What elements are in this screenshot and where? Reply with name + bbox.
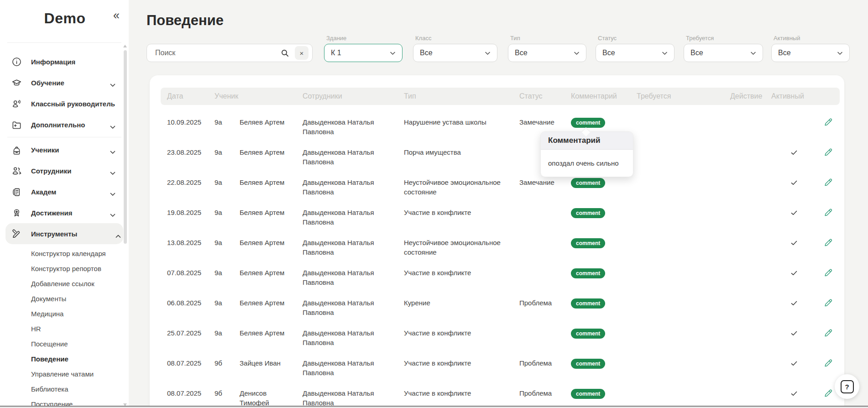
sidebar-item-instrumenty[interactable]: Инструменты <box>5 223 123 244</box>
sidebar-subitem[interactable]: Добавление ссылок <box>0 276 129 291</box>
chevron-down-icon <box>574 49 580 57</box>
comment-badge[interactable]: comment <box>571 118 605 128</box>
filter-select[interactable]: К 1 <box>324 44 403 62</box>
comment-badge[interactable]: comment <box>571 359 605 369</box>
table-row: 08.07.20259бДенисов ТимофейДавыденкова Н… <box>161 378 840 408</box>
cell-action <box>730 227 771 238</box>
sidebar-item-dopolnitelno[interactable]: Дополнительно <box>0 114 129 135</box>
app-window: Demo « ИнформацияОбучениеКлассный руково… <box>0 0 868 408</box>
cell-action <box>730 257 771 268</box>
sidebar-subitem[interactable]: Медицина <box>0 306 129 321</box>
cell-type: Участие в конфликте <box>404 197 519 217</box>
filter-selected-value: Все <box>778 49 791 57</box>
comment-badge[interactable]: comment <box>571 268 605 278</box>
edit-pencil-icon[interactable] <box>823 388 833 400</box>
sidebar-item-obuchenie[interactable]: Обучение <box>0 72 129 93</box>
search-clear-button[interactable]: × <box>295 46 309 60</box>
sidebar-item-label: Академ <box>31 188 56 196</box>
cell-date: 22.08.2025 <box>167 167 214 187</box>
filter-label: Здание <box>326 35 403 42</box>
column-header: Комментарий <box>571 92 637 100</box>
search-icon[interactable] <box>277 46 292 60</box>
filter-select[interactable]: Все <box>508 44 586 62</box>
cell-comment: comment <box>571 197 637 218</box>
sidebar-subitem[interactable]: Конструктор календаря <box>0 246 129 261</box>
cell-staff: Давыденкова Наталья Павловна <box>303 378 404 408</box>
comment-badge[interactable]: comment <box>571 208 605 218</box>
cell-status <box>519 227 571 238</box>
check-icon <box>790 390 798 399</box>
cell-requires <box>637 107 730 117</box>
filter-group: ЗданиеК 1 <box>324 35 403 62</box>
sidebar-collapse-button[interactable]: « <box>110 9 122 21</box>
sidebar-item-informacija[interactable]: Информация <box>0 51 129 72</box>
filter-select[interactable]: Все <box>771 44 850 62</box>
comment-badge[interactable]: comment <box>571 178 605 188</box>
edit-pencil-icon[interactable] <box>823 207 833 220</box>
filter-selected-value: Все <box>420 49 433 57</box>
cell-status: Проблема <box>519 378 571 398</box>
filter-select[interactable]: Все <box>684 44 763 62</box>
sidebar-subitem[interactable]: Управление чатами <box>0 366 129 382</box>
cell-status <box>519 197 571 208</box>
sidebar-item-dostizhenija[interactable]: Достижения <box>0 202 129 223</box>
comment-badge[interactable]: comment <box>571 238 605 248</box>
check-icon <box>790 239 798 249</box>
cell-staff: Давыденкова Наталья Павловна <box>303 257 404 287</box>
sidebar-item-klassnyj-rukovoditel[interactable]: Классный руководитель <box>0 93 129 114</box>
sidebar-item-sotrudniki[interactable]: Сотрудники <box>0 160 129 181</box>
filter-select[interactable]: Все <box>596 44 675 62</box>
filter-select[interactable]: Все <box>413 44 497 62</box>
cell-staff: Давыденкова Наталья Павловна <box>303 197 404 227</box>
help-button[interactable]: ? <box>835 374 859 399</box>
edit-pencil-icon[interactable] <box>823 237 833 250</box>
cell-student: Беляев Артем <box>240 288 303 308</box>
edit-pencil-icon[interactable] <box>823 177 833 189</box>
sidebar-scrollbar[interactable] <box>123 44 127 408</box>
filter-group: СтатусВсе <box>596 35 675 62</box>
edit-pencil-icon[interactable] <box>823 147 833 159</box>
sidebar-item-label: Обучение <box>31 79 64 87</box>
edit-pencil-icon[interactable] <box>823 328 833 340</box>
cell-type: Неустойчивое эмоциональное состояние <box>404 227 519 257</box>
comment-badge[interactable]: comment <box>571 389 605 399</box>
search-input[interactable] <box>154 48 277 58</box>
sidebar-item-akadem[interactable]: Академ <box>0 181 129 202</box>
edit-pencil-icon[interactable] <box>823 358 833 370</box>
cell-class: 9а <box>214 197 240 217</box>
cell-date: 06.08.2025 <box>167 288 214 308</box>
cell-student: Беляев Артем <box>240 257 303 277</box>
sidebar-item-ucheniki[interactable]: Ученики <box>0 139 129 160</box>
cell-requires <box>637 288 730 298</box>
cell-type: Неустойчивое эмоциональное состояние <box>404 167 519 197</box>
sidebar-item-label: Достижения <box>31 209 73 217</box>
edit-pencil-icon[interactable] <box>823 267 833 280</box>
edit-pencil-icon[interactable] <box>823 117 833 129</box>
sidebar-subitem[interactable]: Посещение <box>0 336 129 351</box>
staff-icon <box>11 166 22 176</box>
cell-edit <box>817 107 840 129</box>
sidebar-item-label: Дополнительно <box>31 121 85 129</box>
cell-requires <box>637 227 730 238</box>
comment-badge[interactable]: comment <box>571 298 605 309</box>
column-header: Тип <box>404 92 519 100</box>
scroll-up-arrow-icon[interactable] <box>123 45 127 47</box>
check-icon <box>790 179 798 188</box>
cell-edit <box>817 167 840 189</box>
edit-pencil-icon[interactable] <box>823 298 833 310</box>
sidebar-subitem[interactable]: HR <box>0 321 129 336</box>
chevron-down-icon <box>485 49 491 57</box>
cell-type: Нарушение устава школы <box>404 107 519 127</box>
column-header: Требуется <box>637 92 730 100</box>
sidebar-subitem[interactable]: Библиотека <box>0 382 129 397</box>
scrollbar-thumb[interactable] <box>124 50 127 244</box>
chevron-down-icon <box>390 49 396 57</box>
sidebar-subitem[interactable]: Поведение <box>0 351 129 366</box>
sidebar-subitem[interactable]: Документы <box>0 291 129 306</box>
table-row: 06.08.20259аБеляев АртемДавыденкова Ната… <box>161 288 840 318</box>
filter-label: Класс <box>415 35 497 42</box>
comment-badge[interactable]: comment <box>571 329 605 339</box>
table-row: 23.08.20259аБеляев АртемДавыденкова Ната… <box>161 137 840 167</box>
cell-date: 25.07.2025 <box>167 318 214 338</box>
sidebar-subitem[interactable]: Конструктор репортов <box>0 261 129 276</box>
